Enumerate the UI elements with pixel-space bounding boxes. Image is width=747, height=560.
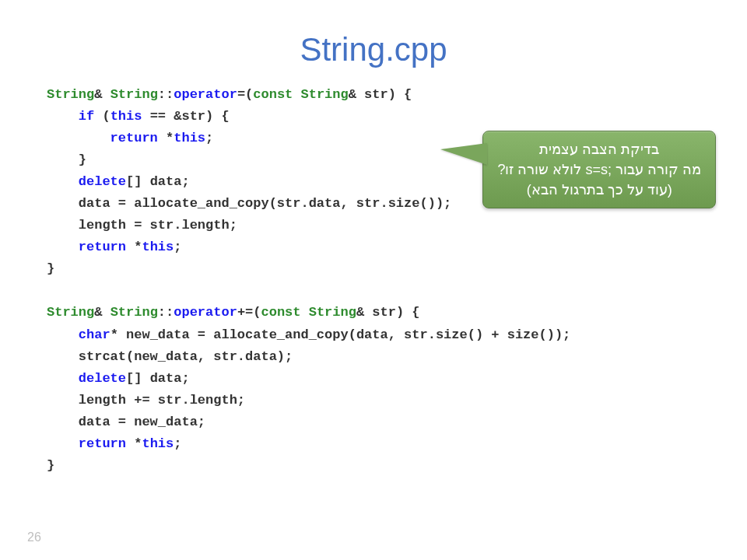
code-token: this (142, 436, 174, 451)
code-token: * (158, 131, 174, 145)
code-token: data = new_data; (47, 415, 205, 429)
code-token: & str) { (349, 87, 412, 102)
slide-title: String.cpp (47, 31, 700, 68)
callout-box: בדיקת הצבה עצמית מה קורה עבור ;s=s לולא … (482, 131, 716, 208)
code-token: & str) { (356, 305, 420, 320)
callout-container: בדיקת הצבה עצמית מה קורה עבור ;s=s לולא … (482, 131, 716, 208)
code-token: return (47, 131, 158, 145)
code-token: return (47, 240, 126, 254)
code-token: :: (158, 87, 174, 102)
code-token: & (94, 87, 110, 102)
code-token: [] data; (126, 371, 190, 386)
code-token: =( (237, 87, 253, 102)
code-token: String (110, 87, 158, 102)
code-token: ( (94, 109, 110, 124)
code-token: length += str.length; (47, 393, 245, 408)
code-token: } (47, 458, 54, 473)
code-token: length = str.length; (47, 218, 237, 233)
code-token: const String (261, 305, 356, 320)
code-token: * (126, 436, 142, 451)
code-token: & (94, 305, 110, 320)
code-token: data = allocate_and_copy(str.data, str.s… (47, 196, 451, 211)
code-token: operator (174, 87, 237, 102)
code-token: this (142, 240, 174, 254)
code-token: this (110, 109, 142, 124)
code-token: ; (174, 240, 181, 254)
code-token: delete (47, 174, 126, 189)
code-token: * (126, 240, 142, 254)
code-token: delete (47, 371, 126, 386)
callout-pointer-icon (440, 143, 487, 165)
code-token: == &str) { (142, 109, 229, 124)
slide: String.cpp String& String::operator=(con… (0, 0, 747, 560)
code-token: String (47, 305, 94, 320)
code-token: String (47, 87, 94, 102)
code-token: const String (253, 87, 348, 102)
code-token: ; (174, 436, 181, 451)
code-token: String (110, 305, 158, 320)
code-token: } (47, 261, 54, 276)
code-token: +=( (237, 305, 261, 320)
callout-line: מה קורה עבור ;s=s לולא שורה זו? (497, 159, 701, 180)
code-token: this (174, 131, 205, 145)
code-token: strcat(new_data, str.data); (47, 349, 293, 364)
code-token: } (47, 152, 86, 167)
code-token: char (47, 327, 110, 342)
code-token: [] data; (126, 174, 190, 189)
code-token: operator (174, 305, 237, 320)
callout-line: בדיקת הצבה עצמית (497, 139, 701, 159)
slide-number: 26 (27, 530, 41, 544)
code-token: ; (205, 131, 213, 145)
code-token: * new_data = allocate_and_copy(data, str… (110, 327, 571, 342)
code-token: if (47, 109, 94, 124)
code-token: return (47, 436, 126, 451)
callout-line: (עוד על כך בתרגול הבא) (497, 180, 701, 200)
code-token: :: (158, 305, 174, 320)
